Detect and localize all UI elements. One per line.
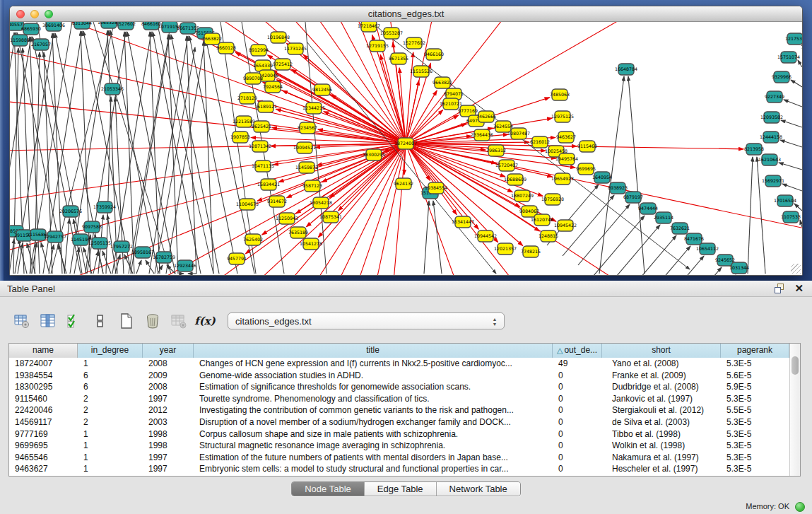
select-checks-icon[interactable] [64, 310, 85, 332]
column-header-outde[interactable]: △out_de... [553, 344, 602, 358]
network-node[interactable]: 12505135 [88, 238, 111, 249]
column-header-year[interactable]: year [143, 344, 194, 358]
network-graph[interactable]: 1872400794055716865930306914068313044106… [10, 22, 802, 275]
table-vertical-scrollbar[interactable] [789, 344, 800, 476]
network-node[interactable]: 16189121 [254, 101, 277, 112]
network-node[interactable]: 10553287 [380, 28, 403, 39]
network-node[interactable]: 18807249 [511, 190, 534, 201]
table-row[interactable]: 969969511998Structural magnetic resonanc… [9, 440, 789, 452]
new-table-icon[interactable] [116, 310, 137, 332]
network-node[interactable]: 7462666 [476, 111, 496, 122]
network-node[interactable]: 1031344 [729, 262, 749, 274]
network-node[interactable]: 2167057 [31, 39, 51, 50]
network-node[interactable]: 1527602 [116, 22, 136, 30]
network-node[interactable]: 12871342 [249, 141, 271, 152]
network-node[interactable]: 9466160 [424, 49, 444, 60]
network-node[interactable]: 9227349 [765, 91, 784, 103]
network-node[interactable]: 9660128 [216, 42, 236, 54]
window-resize-grip[interactable] [791, 264, 801, 274]
network-node[interactable]: 2935114 [654, 212, 673, 223]
network-node[interactable]: 18724007 [394, 138, 417, 149]
network-node[interactable]: 9699695 [576, 163, 596, 175]
network-node[interactable]: 10756928 [541, 194, 564, 205]
node-table-grid[interactable]: namein_degreeyeartitle△out_de...shortpag… [9, 344, 789, 476]
network-node[interactable]: 9624132 [394, 178, 413, 189]
network-node[interactable]: 19384554 [425, 182, 447, 194]
network-node[interactable]: 19654923 [551, 173, 574, 185]
scrollbar-thumb[interactable] [792, 356, 799, 375]
network-node[interactable]: 10196848 [267, 32, 290, 43]
column-header-short[interactable]: short [602, 344, 721, 358]
function-builder-icon[interactable]: f(x) [194, 310, 216, 332]
network-node[interactable]: 12021357 [494, 243, 517, 255]
network-node[interactable]: 8313044 [72, 22, 92, 29]
table-row[interactable]: 946362711997Embryonic stem cells: a mode… [9, 463, 789, 475]
network-node[interactable]: 12942757 [44, 231, 66, 243]
delete-table-icon[interactable] [168, 310, 189, 332]
network-node[interactable]: 10944542 [474, 230, 497, 242]
network-node[interactable]: 20206576 [59, 206, 82, 217]
network-node[interactable]: 1907853 [230, 132, 250, 143]
table-row[interactable]: 911546021997Tourette syndrome. Phenomeno… [9, 393, 789, 405]
network-node[interactable]: 19495764 [555, 153, 578, 165]
tab-edge-table[interactable]: Edge Table [365, 482, 437, 496]
network-node[interactable]: 17016504 [774, 195, 796, 206]
network-node[interactable]: 16782759 [153, 252, 175, 263]
network-node[interactable]: 8671355 [389, 53, 408, 64]
network-node[interactable]: 8471676 [684, 233, 704, 245]
network-node[interactable]: 15834421 [257, 179, 280, 190]
network-node[interactable]: 16120746 [531, 214, 553, 226]
network-node[interactable]: 12093582 [760, 112, 783, 123]
column-header-indegree[interactable]: in_degree [78, 344, 143, 358]
network-node[interactable]: 1248815 [539, 230, 558, 242]
network-node[interactable]: 6879197 [623, 192, 643, 203]
network-node[interactable]: 11004675 [236, 199, 259, 210]
network-node[interactable]: 15720407 [495, 160, 518, 171]
table-settings-icon[interactable] [11, 310, 33, 332]
table-row[interactable]: 946554611997Estimation of the future num… [9, 452, 789, 464]
network-node[interactable]: 13054218 [310, 197, 332, 209]
network-node[interactable]: 7625402 [243, 234, 263, 245]
network-node[interactable]: 6865930 [21, 23, 41, 35]
network-node[interactable]: 8912994 [249, 45, 269, 56]
table-row[interactable]: 1938455462009Genome-wide association stu… [9, 370, 789, 382]
network-node[interactable]: 1145194 [71, 234, 90, 245]
network-node[interactable]: 10807487 [507, 128, 530, 139]
network-node[interactable]: 15692971 [762, 175, 784, 187]
network-node[interactable]: 8234567 [298, 122, 317, 134]
network-node[interactable]: 10958167 [131, 247, 154, 258]
network-node[interactable]: 9463627 [556, 132, 576, 143]
table-row[interactable]: 1456911722003Disruption of a novel membe… [9, 416, 789, 428]
table-row[interactable]: 1872400712008Changes of HCN gene express… [9, 358, 789, 370]
row-height-icon[interactable] [90, 310, 111, 332]
network-node[interactable]: 9725412 [273, 59, 293, 70]
network-node[interactable]: 9587123 [302, 180, 322, 192]
network-window-titlebar[interactable]: citations_edges.txt [10, 6, 802, 22]
network-node[interactable]: 11731245 [284, 43, 307, 54]
network-node[interactable]: 9663822 [433, 77, 452, 88]
network-node[interactable]: 1640954 [592, 172, 612, 183]
network-node[interactable]: 8625421 [252, 121, 271, 132]
close-panel-icon[interactable]: ✕ [794, 282, 804, 295]
network-node[interactable]: 15751074 [777, 52, 800, 63]
network-node[interactable]: 15277602 [403, 37, 425, 49]
network-node[interactable]: 16648784 [615, 64, 637, 75]
network-node[interactable]: 7924564 [263, 81, 283, 93]
network-node[interactable]: 12719155 [366, 40, 389, 52]
column-header-pagerank[interactable]: pagerank [721, 344, 789, 358]
network-node[interactable]: 9474444 [638, 203, 658, 214]
network-node[interactable]: 1159880 [10, 35, 30, 46]
network-node[interactable]: 10875341 [319, 211, 342, 223]
column-header-name[interactable]: name [9, 344, 78, 358]
network-node[interactable]: 17218467 [358, 22, 380, 32]
network-node[interactable]: 7485063 [550, 89, 570, 100]
network-node[interactable]: 12444158 [760, 132, 782, 143]
network-node[interactable]: 9097588 [82, 221, 102, 233]
network-node[interactable]: 30691406 [42, 22, 65, 31]
network-node[interactable]: 10688609 [504, 174, 526, 185]
table-row[interactable]: 1830029562008Estimation of significance … [9, 381, 789, 393]
network-node[interactable]: 6216012 [530, 136, 550, 148]
network-node[interactable]: 12975125 [551, 111, 574, 122]
network-node[interactable]: 7635189 [288, 227, 308, 238]
network-node[interactable]: 12344215 [302, 103, 325, 114]
